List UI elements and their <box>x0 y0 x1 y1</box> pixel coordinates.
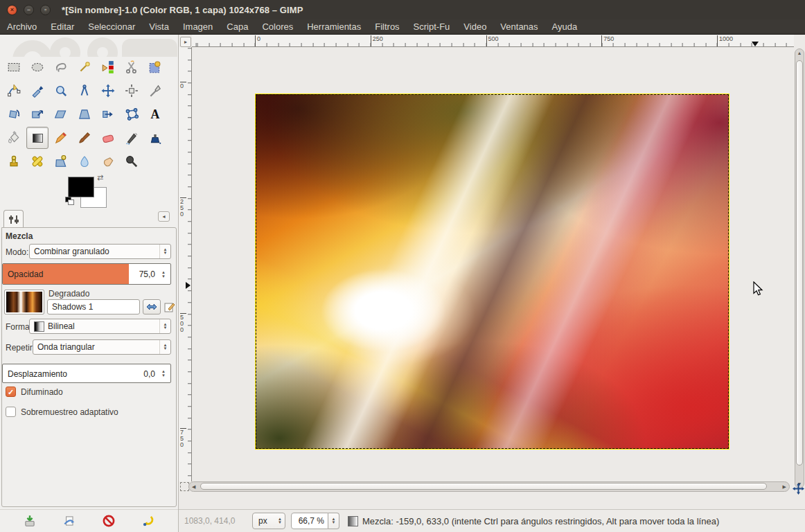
svg-text:A: A <box>151 107 160 121</box>
menu-item-colores[interactable]: Colores <box>255 20 300 33</box>
swap-colors-icon[interactable]: ⇄ <box>97 173 103 182</box>
edit-gradient-button[interactable] <box>163 301 176 313</box>
tool-ink-icon[interactable] <box>144 127 166 149</box>
horizontal-ruler[interactable]: 02505007501000 <box>192 35 794 47</box>
tool-rotate-icon[interactable] <box>3 103 25 125</box>
tool-scissors-select-icon[interactable] <box>121 56 143 78</box>
scroll-up-icon[interactable]: ▲ <box>795 51 804 55</box>
vertical-ruler[interactable]: 0250500750 <box>179 47 192 481</box>
tool-perspective-clone-icon[interactable] <box>50 150 72 172</box>
tool-eraser-icon[interactable] <box>97 127 119 149</box>
spinner-icon: ▲▼ <box>159 245 170 258</box>
menu-item-imagen[interactable]: Imagen <box>176 20 220 33</box>
gradient-preview[interactable] <box>4 290 44 314</box>
close-icon[interactable]: × <box>7 5 17 15</box>
tool-cage-transform-icon[interactable] <box>121 103 143 125</box>
offset-spinner[interactable]: ▲▼ <box>158 364 169 382</box>
zoom-spinner[interactable]: ▲▼ <box>328 513 339 529</box>
menu-item-seleccionar[interactable]: Seleccionar <box>81 20 142 33</box>
blend-tool-icon <box>348 516 358 526</box>
dithering-checkbox[interactable]: ✓ <box>6 387 16 397</box>
menu-item-editar[interactable]: Editar <box>44 20 81 33</box>
tool-perspective-icon[interactable] <box>73 103 96 125</box>
delete-options-button[interactable] <box>100 513 118 529</box>
tool-rect-select-icon[interactable] <box>3 56 25 78</box>
foreground-color-swatch[interactable] <box>68 177 94 197</box>
zoom-input[interactable]: 66,7 % <box>291 513 328 529</box>
ruler-corner-menu-button[interactable]: ▸ <box>180 37 191 47</box>
supersampling-checkbox[interactable] <box>6 407 16 417</box>
collapse-dock-button[interactable]: ◂ <box>158 211 170 222</box>
opacity-value: 75,0 <box>139 269 155 279</box>
save-options-button[interactable] <box>21 513 39 529</box>
tab-tool-options[interactable] <box>3 210 24 228</box>
scroll-left-icon[interactable]: ◀ <box>192 482 195 491</box>
tool-flip-icon[interactable] <box>97 103 119 125</box>
reset-options-button[interactable] <box>139 513 157 529</box>
titlebar: × − ▫ *[Sin nombre]-1.0 (Color RGB, 1 ca… <box>0 0 805 19</box>
tool-paths-icon[interactable] <box>3 80 25 102</box>
tool-bucket-fill-icon[interactable] <box>3 127 25 149</box>
tool-measure-icon[interactable] <box>73 80 96 102</box>
gradient-name-field[interactable]: Shadows 1 <box>47 299 140 314</box>
tool-paintbrush-icon[interactable] <box>73 127 96 149</box>
canvas-image[interactable] <box>256 94 729 449</box>
tool-color-picker-icon[interactable] <box>26 80 48 102</box>
menu-item-capa[interactable]: Capa <box>220 20 255 33</box>
opacity-slider[interactable]: Opacidad 75,0 ▲▼ <box>2 263 171 285</box>
tool-crop-icon[interactable] <box>144 80 166 102</box>
tool-ellipse-select-icon[interactable] <box>26 56 48 78</box>
left-dock: A ⇄ ◂ Mezcla Modo: Combinar granulado ▲▼… <box>0 35 179 532</box>
tool-free-select-icon[interactable] <box>50 56 72 78</box>
navigation-button[interactable] <box>791 481 805 495</box>
units-dropdown[interactable]: px ▲▼ <box>252 513 285 529</box>
tool-blur-sharpen-icon[interactable] <box>73 150 96 172</box>
tool-smudge-icon[interactable] <box>97 150 119 172</box>
mouse-cursor <box>752 281 765 301</box>
tool-dodge-burn-icon[interactable] <box>121 150 143 172</box>
repeat-label: Repetir: <box>6 343 35 353</box>
menu-item-archivo[interactable]: Archivo <box>0 20 44 33</box>
tool-blend-icon[interactable] <box>26 127 48 149</box>
minimize-icon[interactable]: − <box>24 5 34 15</box>
menu-item-ayuda[interactable]: Ayuda <box>545 20 585 33</box>
reverse-gradient-button[interactable] <box>143 299 161 314</box>
vertical-scrollbar[interactable]: ▲ ▼ <box>795 48 804 488</box>
opacity-label: Opacidad <box>8 269 43 279</box>
tool-shear-icon[interactable] <box>50 103 72 125</box>
menu-item-herramientas[interactable]: Herramientas <box>300 20 368 33</box>
repeat-dropdown[interactable]: Onda triangular ▲▼ <box>33 339 171 355</box>
horizontal-scrollbar[interactable]: ◀ ▶ <box>188 481 790 492</box>
tool-airbrush-icon[interactable] <box>121 127 143 149</box>
menu-item-vista[interactable]: Vista <box>142 20 176 33</box>
tool-options-title: Mezcla <box>6 231 33 241</box>
offset-value: 0,0 <box>143 369 155 379</box>
menu-item-video[interactable]: Video <box>457 20 493 33</box>
tool-select-by-color-icon[interactable] <box>97 56 119 78</box>
hruler-label: 1000 <box>717 35 733 47</box>
opacity-spinner[interactable]: ▲▼ <box>158 264 169 284</box>
mode-dropdown[interactable]: Combinar granulado ▲▼ <box>29 244 171 259</box>
tool-move-icon[interactable] <box>97 80 119 102</box>
restore-options-button[interactable] <box>60 513 78 529</box>
tool-pencil-icon[interactable] <box>50 127 72 149</box>
tool-text-icon[interactable]: A <box>144 103 166 125</box>
maximize-icon[interactable]: ▫ <box>40 5 51 15</box>
tool-heal-icon[interactable] <box>26 150 48 172</box>
tool-align-icon[interactable] <box>121 80 143 102</box>
shape-dropdown[interactable]: Bilineal ▲▼ <box>29 319 171 334</box>
menu-item-script-fu[interactable]: Script-Fu <box>407 20 457 33</box>
menu-item-ventanas[interactable]: Ventanas <box>493 20 545 33</box>
horizontal-scrollbar-thumb[interactable] <box>200 483 767 490</box>
tool-scale-icon[interactable] <box>26 103 48 125</box>
vruler-label: 750 <box>180 428 186 448</box>
tool-foreground-select-icon[interactable] <box>144 56 166 78</box>
vruler-position-marker <box>186 282 191 289</box>
vertical-scrollbar-thumb[interactable] <box>796 60 803 466</box>
tool-clone-icon[interactable] <box>3 150 25 172</box>
scroll-right-icon[interactable]: ▶ <box>783 482 786 491</box>
tool-fuzzy-select-icon[interactable] <box>73 56 96 78</box>
tool-zoom-icon[interactable] <box>50 80 72 102</box>
menu-item-filtros[interactable]: Filtros <box>368 20 406 33</box>
offset-slider[interactable]: Desplazamiento 0,0 ▲▼ <box>2 364 171 383</box>
